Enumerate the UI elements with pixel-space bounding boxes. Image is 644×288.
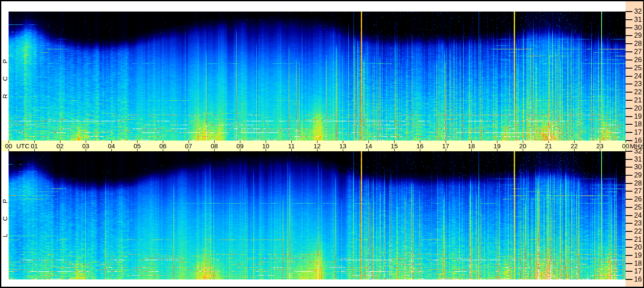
time-label: 06 xyxy=(159,142,167,150)
time-label: 13 xyxy=(339,142,347,150)
time-label: 18 xyxy=(468,142,475,150)
freq-label: 29 xyxy=(634,32,642,39)
freq-tick xyxy=(626,92,632,93)
freq-label: 32 xyxy=(634,8,642,15)
freq-tick xyxy=(626,35,632,36)
freq-label: 24 xyxy=(634,212,642,219)
freq-label: 17 xyxy=(634,267,642,275)
freq-label: 25 xyxy=(634,64,642,72)
time-label: 14 xyxy=(365,142,372,150)
time-label: 00 xyxy=(622,142,629,150)
freq-label: 16 xyxy=(634,276,642,283)
freq-label: 23 xyxy=(634,219,642,227)
freq-label: 28 xyxy=(634,180,642,187)
utc-unit-label: UTC xyxy=(16,142,30,150)
freq-tick xyxy=(626,247,632,248)
freq-tick xyxy=(626,255,632,256)
freq-tick xyxy=(626,84,632,84)
freq-tick xyxy=(626,124,632,125)
rcp-label: R C P xyxy=(1,54,9,99)
freq-tick xyxy=(626,175,632,176)
freq-tick xyxy=(626,116,632,117)
title-bar: AJ4CO Observatory 29 Apr 2023 - DPS on T… xyxy=(1,1,626,12)
freq-tick xyxy=(626,108,632,109)
freq-tick xyxy=(626,60,632,60)
time-label: 02 xyxy=(57,142,64,150)
spectrogram-rcp xyxy=(9,12,626,141)
time-label: 11 xyxy=(288,142,295,150)
freq-tick xyxy=(626,159,632,160)
freq-label: 21 xyxy=(634,236,642,243)
freq-tick xyxy=(626,239,632,240)
spectrogram-lcp xyxy=(9,151,626,279)
freq-label: 31 xyxy=(634,16,642,24)
freq-label: 28 xyxy=(634,40,642,48)
time-label: 04 xyxy=(108,142,115,150)
time-label: 12 xyxy=(314,142,321,150)
lcp-label: L C P xyxy=(1,194,9,237)
freq-tick xyxy=(626,167,632,168)
time-label: 00 xyxy=(5,142,12,150)
freq-tick xyxy=(626,51,632,52)
freq-label: 25 xyxy=(634,204,642,211)
freq-label: 29 xyxy=(634,171,642,179)
time-label: 01 xyxy=(31,142,38,150)
freq-label: 19 xyxy=(634,113,642,120)
freq-tick xyxy=(626,100,632,101)
freq-label: 26 xyxy=(634,56,642,64)
freq-label: 22 xyxy=(634,88,642,96)
time-label: 10 xyxy=(262,142,270,150)
time-label: 22 xyxy=(571,142,578,150)
freq-tick xyxy=(626,191,632,192)
time-label: 03 xyxy=(82,142,90,150)
freq-tick xyxy=(626,68,632,69)
time-label: 16 xyxy=(416,142,424,150)
time-label: 17 xyxy=(442,142,449,150)
time-label: 15 xyxy=(391,142,398,150)
freq-tick xyxy=(626,279,632,280)
spectrograph-display: AJ4CO Observatory 29 Apr 2023 - DPS on T… xyxy=(0,0,644,288)
time-label: 23 xyxy=(596,142,604,150)
freq-tick xyxy=(626,151,632,152)
bottom-margin xyxy=(1,279,626,287)
freq-tick xyxy=(626,223,632,224)
freq-tick xyxy=(626,76,632,77)
time-label: 20 xyxy=(519,142,527,150)
freq-tick xyxy=(626,183,632,184)
freq-label: 23 xyxy=(634,80,642,88)
freq-label: 20 xyxy=(634,243,642,251)
freq-tick xyxy=(626,43,632,44)
freq-label: 30 xyxy=(634,24,642,32)
time-label: 21 xyxy=(545,142,552,150)
time-label: 08 xyxy=(211,142,218,150)
time-label: 09 xyxy=(237,142,244,150)
time-label: 07 xyxy=(185,142,192,150)
page-title: AJ4CO Observatory 29 Apr 2023 - DPS on T… xyxy=(11,13,347,20)
polarization-label-strip-lcp: L C P xyxy=(1,151,9,279)
freq-label: 30 xyxy=(634,163,642,171)
freq-tick xyxy=(626,132,632,133)
freq-tick xyxy=(626,11,632,12)
freq-label: 26 xyxy=(634,195,642,203)
freq-tick xyxy=(626,199,632,200)
freq-label: 18 xyxy=(634,260,642,267)
freq-tick xyxy=(626,215,632,216)
mhz-unit-label: MHz xyxy=(630,142,643,150)
freq-tick xyxy=(626,140,632,141)
freq-label: 27 xyxy=(634,187,642,195)
freq-label: 17 xyxy=(634,129,642,136)
freq-label: 31 xyxy=(634,156,642,163)
time-label: 05 xyxy=(134,142,141,150)
freq-tick xyxy=(626,263,632,264)
freq-tick xyxy=(626,27,632,28)
freq-label: 18 xyxy=(634,120,642,128)
time-label: 19 xyxy=(494,142,501,150)
freq-label: 27 xyxy=(634,48,642,56)
freq-tick xyxy=(626,207,632,208)
freq-label: 19 xyxy=(634,252,642,259)
freq-label: 22 xyxy=(634,228,642,235)
freq-tick xyxy=(626,231,632,232)
freq-label: 24 xyxy=(634,72,642,80)
freq-label: 21 xyxy=(634,96,642,104)
freq-label: 20 xyxy=(634,105,642,112)
